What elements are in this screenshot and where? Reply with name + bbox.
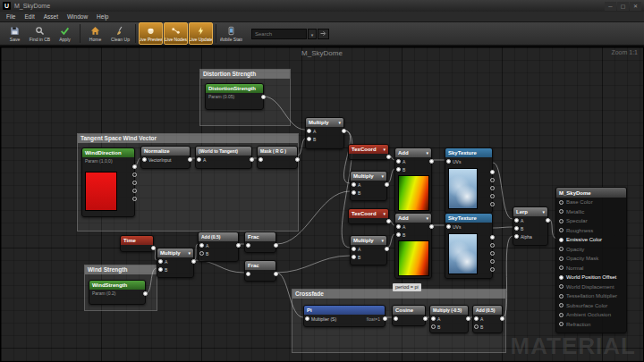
- save-button[interactable]: Save: [3, 22, 27, 45]
- output-pin-r[interactable]: [132, 173, 137, 177]
- node-multiply-pan-1[interactable]: Multiply▾ A B: [350, 171, 387, 201]
- collapse-caret-icon[interactable]: ▾: [426, 215, 428, 221]
- output-pin-b[interactable]: [132, 189, 137, 193]
- pin-dot[interactable]: [559, 294, 564, 299]
- output-pin[interactable]: [385, 182, 389, 187]
- node-time[interactable]: Time: [120, 235, 154, 252]
- material-pin-subsurface-color[interactable]: Subsurface Color: [556, 301, 626, 311]
- input-pin-a[interactable]: [431, 316, 436, 321]
- live-preview-toggle[interactable]: Live Preview: [139, 22, 163, 45]
- node-multiply-time[interactable]: Multiply▾ A B: [157, 248, 194, 278]
- graph-canvas[interactable]: M_SkyDome Zoom 1:1 MATERIAL Distortion S…: [0, 46, 644, 362]
- material-pin-opacity[interactable]: Opacity: [556, 245, 626, 255]
- input-pin-multiplier[interactable]: [305, 316, 309, 321]
- pin-dot[interactable]: [559, 257, 564, 261]
- node-sky-texture-2[interactable]: SkyTexture UVs: [445, 213, 493, 279]
- output-pin[interactable]: [342, 129, 346, 133]
- output-pin[interactable]: [236, 243, 241, 248]
- node-add-half[interactable]: Add (0.5) A B: [198, 232, 239, 262]
- material-pin-refraction[interactable]: Refraction: [556, 320, 626, 330]
- output-pin-a[interactable]: [490, 267, 495, 272]
- node-mask-rg[interactable]: Mask ( R G ): [257, 146, 298, 169]
- pin-dot[interactable]: [559, 238, 564, 242]
- input-pin-a[interactable]: [396, 159, 401, 164]
- mobile-stats-button[interactable]: Mobile Stats: [219, 22, 243, 45]
- input-pin[interactable]: [258, 157, 263, 162]
- input-pin-b[interactable]: [199, 251, 204, 256]
- output-pin-rgb[interactable]: [132, 164, 137, 169]
- output-pin[interactable]: [143, 291, 148, 296]
- node-wind-direction-param[interactable]: WindDirection Param (1,0,0): [81, 147, 135, 217]
- output-pin[interactable]: [274, 243, 278, 248]
- output-pin[interactable]: [429, 224, 434, 229]
- find-in-cb-button[interactable]: Find in CB: [28, 22, 52, 45]
- material-pin-normal[interactable]: Normal: [556, 264, 626, 274]
- output-pin[interactable]: [500, 316, 504, 321]
- input-pin-b[interactable]: [158, 267, 163, 272]
- node-distortion-strength-param[interactable]: DistortionStrength Param (0.05): [205, 83, 264, 110]
- input-pin[interactable]: [197, 157, 201, 162]
- output-pin[interactable]: [386, 155, 391, 159]
- material-pin-world-position-offset[interactable]: World Position Offset: [556, 273, 626, 282]
- output-pin[interactable]: [250, 157, 254, 162]
- input-pin-b[interactable]: [352, 255, 356, 259]
- search-input[interactable]: [251, 29, 307, 39]
- node-frac-1[interactable]: Frac: [244, 232, 276, 253]
- collapse-caret-icon[interactable]: ▾: [383, 147, 386, 152]
- input-pin-a[interactable]: [352, 247, 356, 251]
- output-pin[interactable]: [546, 218, 550, 223]
- node-texcoord-1[interactable]: TexCoord▾: [348, 144, 389, 160]
- pin-dot[interactable]: [559, 313, 564, 317]
- output-pin-r[interactable]: [490, 178, 495, 182]
- input-pin-a[interactable]: [396, 224, 401, 229]
- close-button[interactable]: ✕: [630, 2, 641, 11]
- input-pin-a[interactable]: [158, 259, 163, 264]
- clean-up-button[interactable]: Clean Up: [108, 22, 132, 45]
- material-pin-specular[interactable]: Specular: [556, 216, 626, 226]
- node-wind-strength-param[interactable]: WindStrength Param (0.2): [89, 280, 146, 305]
- input-pin[interactable]: [142, 157, 147, 162]
- collapse-caret-icon[interactable]: ▾: [381, 238, 384, 243]
- input-pin-a[interactable]: [307, 129, 311, 133]
- output-pin[interactable]: [191, 259, 196, 264]
- input-pin[interactable]: [246, 272, 250, 276]
- node-pi[interactable]: Pi Multiplier (S)float=1: [303, 305, 386, 327]
- node-sky-texture-1[interactable]: SkyTexture UVs: [445, 147, 493, 214]
- node-add-crossfade[interactable]: Add (0.5) A B: [472, 305, 503, 333]
- input-pin-uvs[interactable]: [446, 159, 451, 164]
- input-pin-b[interactable]: [396, 232, 401, 237]
- maximize-button[interactable]: ▢: [617, 2, 629, 11]
- material-pin-world-displacement[interactable]: World Displacement: [556, 282, 626, 292]
- output-pin-g[interactable]: [132, 181, 137, 185]
- minimize-button[interactable]: ─: [605, 2, 616, 11]
- input-pin-a[interactable]: [514, 218, 519, 223]
- pin-dot[interactable]: [559, 200, 564, 205]
- search-dropdown-caret[interactable]: ▾: [308, 29, 317, 39]
- node-multiply-wind[interactable]: Multiply▾ A B: [305, 117, 344, 149]
- pin-dot[interactable]: [559, 265, 564, 270]
- input-pin-b[interactable]: [396, 167, 401, 172]
- material-pin-roughness[interactable]: Roughness: [556, 226, 626, 236]
- pin-dot[interactable]: [559, 219, 564, 223]
- output-pin-rgb[interactable]: [490, 235, 495, 240]
- apply-button[interactable]: Apply: [53, 22, 77, 45]
- collapse-caret-icon[interactable]: ▾: [338, 120, 341, 125]
- input-pin-b[interactable]: [307, 137, 311, 141]
- pin-dot[interactable]: [559, 275, 564, 280]
- material-pin-emissive-color[interactable]: Emissive Color: [556, 235, 626, 245]
- output-pin[interactable]: [466, 316, 470, 321]
- home-button[interactable]: Home: [83, 22, 107, 45]
- menu-asset[interactable]: Asset: [44, 13, 58, 20]
- output-pin-a[interactable]: [490, 202, 495, 206]
- collapse-caret-icon[interactable]: ▾: [381, 173, 384, 179]
- input-pin-a[interactable]: [474, 316, 479, 321]
- input-pin-b[interactable]: [352, 190, 356, 195]
- output-pin[interactable]: [386, 219, 391, 223]
- input-pin[interactable]: [246, 243, 250, 248]
- material-pin-tessellation-multiplier[interactable]: Tessellation Multiplier: [556, 291, 626, 301]
- output-pin-g[interactable]: [490, 251, 495, 256]
- pin-dot[interactable]: [559, 303, 564, 307]
- node-lerp[interactable]: Lerp▾ A B Alpha: [513, 206, 548, 246]
- menu-window[interactable]: Window: [67, 13, 88, 20]
- input-pin[interactable]: [394, 316, 398, 321]
